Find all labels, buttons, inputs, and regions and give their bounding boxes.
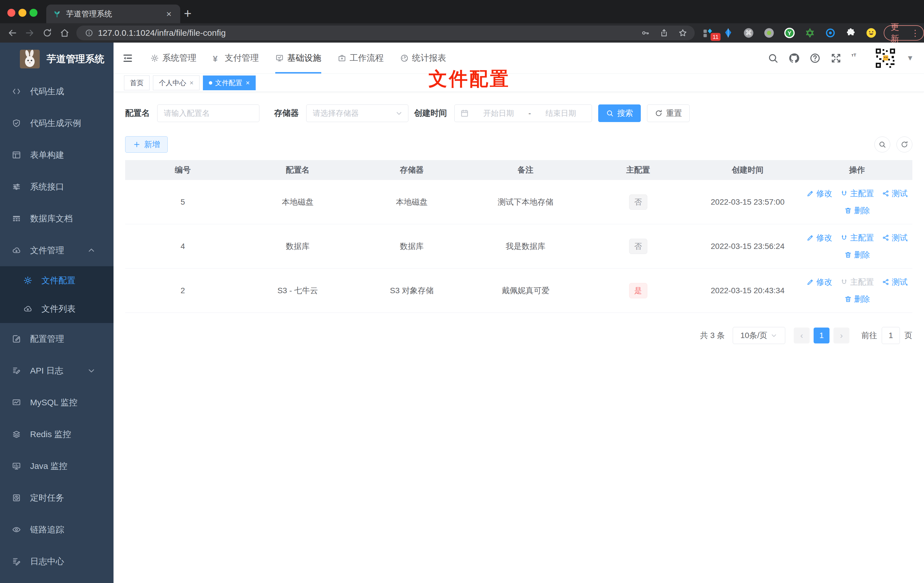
date-range-picker[interactable]: 开始日期 - 结束日期 xyxy=(454,104,592,122)
col-header: 备注 xyxy=(469,160,582,180)
top-nav-item[interactable]: ¥ 支付管理 xyxy=(213,43,259,74)
maximize-window-button[interactable] xyxy=(30,9,38,17)
font-size-icon[interactable]: тT xyxy=(851,53,863,64)
add-button[interactable]: 新增 xyxy=(125,136,168,153)
star-icon[interactable] xyxy=(678,28,687,38)
sidebar-item[interactable]: Java 监控 xyxy=(0,450,114,482)
sidebar-logo-row[interactable]: 芋道管理系统 xyxy=(0,43,114,76)
refresh-table-button[interactable] xyxy=(896,137,912,152)
sidebar-item[interactable]: 链路追踪 xyxy=(0,514,114,545)
tag-item[interactable]: 个人中心 × xyxy=(153,76,200,90)
browser-menu-icon[interactable]: ⋮ xyxy=(911,28,919,38)
prev-page-button[interactable]: ‹ xyxy=(794,327,810,344)
kite-icon[interactable] xyxy=(723,27,734,39)
master-config-link[interactable]: 主配置 xyxy=(840,277,874,287)
refresh-icon xyxy=(655,109,663,117)
new-tab-button[interactable]: + xyxy=(184,6,191,21)
cell-remark: 我是数据库 xyxy=(469,224,582,268)
sidebar-item[interactable]: 代码生成 xyxy=(0,76,114,107)
sidebar-item[interactable]: 文件配置 xyxy=(0,266,114,295)
search-icon[interactable] xyxy=(767,53,779,64)
master-config-link[interactable]: 主配置 xyxy=(840,188,874,199)
trash-icon xyxy=(844,251,852,259)
github-icon[interactable] xyxy=(788,53,800,64)
home-icon[interactable] xyxy=(59,28,69,38)
cell-storage: 数据库 xyxy=(355,224,469,268)
test-link[interactable]: 测试 xyxy=(882,233,908,243)
edit-link[interactable]: 修改 xyxy=(807,188,832,199)
sidebar-item[interactable]: 日志中心 xyxy=(0,545,114,577)
dot-circle-icon[interactable] xyxy=(763,27,775,39)
site-info-icon[interactable] xyxy=(85,29,93,37)
avatar[interactable] xyxy=(874,48,896,69)
edit-link[interactable]: 修改 xyxy=(807,277,832,287)
browser-update-button[interactable]: 更新 ⋮ xyxy=(884,25,924,41)
tag-item[interactable]: 首页 × xyxy=(124,76,150,90)
sidebar-item[interactable]: 表单构建 xyxy=(0,139,114,171)
reset-button[interactable]: 重置 xyxy=(647,104,690,122)
current-page[interactable]: 1 xyxy=(813,327,830,344)
table-header-row: 编号 配置名 存储器 备注 主配置 创建时间 操作 xyxy=(125,160,912,180)
tag-close-icon[interactable]: × xyxy=(246,79,250,87)
delete-link[interactable]: 删除 xyxy=(844,205,870,216)
tag-close-icon[interactable]: × xyxy=(190,79,193,87)
edit-link[interactable]: 修改 xyxy=(807,233,832,243)
emoji-icon[interactable] xyxy=(866,27,877,39)
star-outline-icon[interactable] xyxy=(804,27,815,39)
test-link[interactable]: 测试 xyxy=(882,277,908,287)
delete-link[interactable]: 删除 xyxy=(844,294,870,305)
sidebar-item[interactable]: 系统接口 xyxy=(0,171,114,203)
sidebar-item[interactable]: 文件管理 xyxy=(0,235,114,266)
puzzle-icon[interactable] xyxy=(845,27,856,39)
sidebar-item[interactable]: MySQL 监控 xyxy=(0,386,114,418)
end-date-placeholder[interactable]: 结束日期 xyxy=(536,108,586,118)
test-link[interactable]: 测试 xyxy=(882,188,908,199)
show-search-button[interactable] xyxy=(874,137,890,152)
storage-select-placeholder: 请选择存储器 xyxy=(313,108,395,118)
start-date-placeholder[interactable]: 开始日期 xyxy=(474,108,524,118)
sidebar-item[interactable]: 文件列表 xyxy=(0,295,114,323)
tab-close-icon[interactable]: × xyxy=(164,9,174,19)
eye-ring-icon[interactable] xyxy=(825,27,836,39)
caret-down-icon[interactable]: ▼ xyxy=(906,54,914,63)
help-icon[interactable] xyxy=(809,53,821,64)
key-icon[interactable] xyxy=(641,28,650,38)
sidebar-item[interactable]: 配置管理 xyxy=(0,323,114,355)
browser-tab[interactable]: 芋道管理系统 × xyxy=(46,5,180,23)
sidebar-item[interactable]: Redis 监控 xyxy=(0,418,114,450)
reload-icon[interactable] xyxy=(42,28,52,38)
sidebar-item[interactable]: 数据库文档 xyxy=(0,203,114,235)
col-header: 编号 xyxy=(125,160,240,180)
delete-link[interactable]: 删除 xyxy=(844,249,870,260)
storage-select[interactable]: 请选择存储器 xyxy=(306,104,408,122)
y-circle-icon[interactable]: Y xyxy=(784,27,795,39)
fullscreen-icon[interactable] xyxy=(830,53,842,64)
back-icon[interactable] xyxy=(7,28,17,38)
sidebar-item[interactable]: API 日志 xyxy=(0,355,114,386)
share-up-icon[interactable] xyxy=(660,28,668,38)
top-nav-item[interactable]: 系统管理 xyxy=(150,43,196,74)
tag-item[interactable]: 文件配置 × xyxy=(203,76,256,90)
top-nav-label: 系统管理 xyxy=(162,52,196,64)
sidebar-item[interactable]: 代码生成示例 xyxy=(0,107,114,139)
master-config-link[interactable]: 主配置 xyxy=(840,233,874,243)
top-nav-item[interactable]: 工作流程 xyxy=(338,43,384,74)
col-header: 创建时间 xyxy=(693,160,802,180)
minimize-window-button[interactable] xyxy=(18,9,26,17)
goto-page-input[interactable] xyxy=(882,327,900,344)
page-size-value: 10条/页 xyxy=(741,330,767,341)
address-bar[interactable]: 127.0.0.1:1024/infra/file/file-config xyxy=(76,26,695,40)
next-page-button[interactable]: › xyxy=(833,327,849,344)
forward-icon[interactable] xyxy=(25,28,35,38)
command-circle-icon[interactable]: ⌘ xyxy=(743,27,754,39)
sidebar-item[interactable]: 定时任务 xyxy=(0,482,114,514)
sidebar-item-label: Java 监控 xyxy=(30,461,68,472)
search-button[interactable]: 搜索 xyxy=(598,104,641,122)
collapse-sidebar-icon[interactable] xyxy=(122,53,134,64)
refresh-icon xyxy=(901,140,908,149)
sidebar-item-label: 代码生成 xyxy=(30,86,64,97)
config-name-input[interactable] xyxy=(157,104,259,122)
page-size-select[interactable]: 10条/页 xyxy=(733,327,785,344)
top-nav-item[interactable]: 基础设施 xyxy=(275,43,321,74)
close-window-button[interactable] xyxy=(7,9,15,17)
